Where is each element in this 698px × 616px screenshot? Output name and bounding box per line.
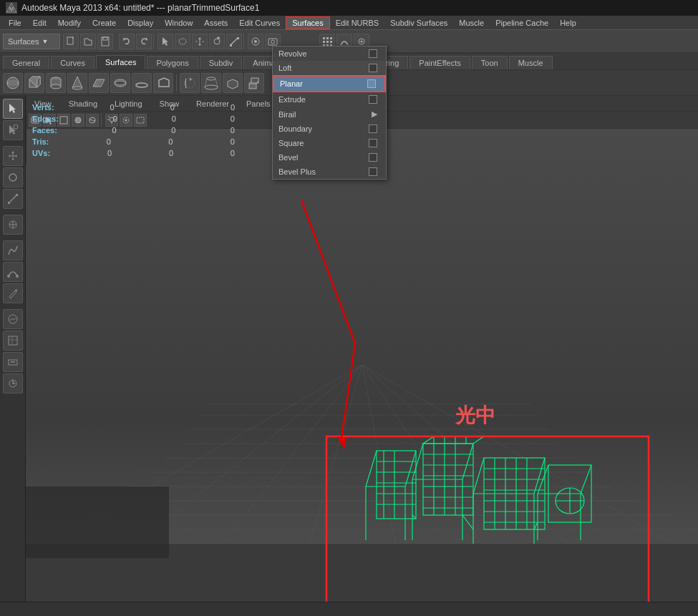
paint-select-tool[interactable]: [3, 120, 23, 140]
vp-menu-panels[interactable]: Panels: [243, 98, 273, 109]
vp-menu-lighting[interactable]: Lighting: [112, 98, 145, 109]
render-icon[interactable]: [248, 34, 263, 49]
vp-menu-show[interactable]: Show: [157, 98, 183, 109]
svg-marker-82: [47, 117, 52, 124]
menu-item-revolve[interactable]: Revolve: [273, 47, 386, 61]
menu-edit[interactable]: Edit: [27, 17, 52, 29]
menu-edit-curves[interactable]: Edit Curves: [233, 17, 286, 29]
menu-item-loft[interactable]: Loft: [273, 61, 386, 75]
move-icon[interactable]: [192, 34, 208, 49]
menu-modify[interactable]: Modify: [52, 17, 87, 29]
bevel-checkbox[interactable]: [369, 153, 377, 162]
scale-tool[interactable]: [3, 189, 23, 209]
vp-menu-renderer[interactable]: Renderer: [193, 98, 232, 109]
redo-icon[interactable]: [136, 34, 152, 49]
menu-item-bevel-plus[interactable]: Bevel Plus: [273, 165, 386, 179]
sculpt-surfaces[interactable]: [3, 309, 23, 329]
tab-surfaces[interactable]: Surfaces: [96, 55, 145, 69]
left-toolbar: [0, 96, 26, 616]
select-icon[interactable]: [157, 34, 173, 49]
shelf-nurbs-cube[interactable]: [24, 73, 44, 93]
lasso-icon[interactable]: [175, 34, 190, 49]
input-line[interactable]: [3, 352, 23, 372]
rotate-tool[interactable]: [3, 167, 23, 187]
shelf-revolve[interactable]: [180, 73, 200, 93]
viewport-3d[interactable]: 光中: [26, 129, 698, 616]
new-file-icon[interactable]: [63, 34, 79, 49]
svg-marker-48: [159, 78, 169, 87]
curve-cv-tool[interactable]: [3, 240, 23, 260]
vp-menu-shading[interactable]: Shading: [66, 98, 100, 109]
revolve-checkbox[interactable]: [369, 49, 377, 58]
tab-polygons[interactable]: Polygons: [147, 56, 198, 69]
tab-muscle[interactable]: Muscle: [509, 56, 553, 69]
menu-display[interactable]: Display: [122, 17, 159, 29]
menu-item-extrude[interactable]: Extrude: [273, 92, 386, 107]
history[interactable]: [3, 373, 23, 393]
vp-icon-camera[interactable]: [29, 114, 42, 127]
show-manipulator[interactable]: [3, 215, 23, 235]
show-grid[interactable]: [3, 331, 23, 351]
menu-help[interactable]: Help: [554, 17, 582, 29]
vp-icon-wireframe[interactable]: [57, 114, 70, 127]
shelf-extrude[interactable]: [244, 73, 264, 93]
shelf-nurbs-sphere[interactable]: [3, 73, 23, 93]
shelf-loft[interactable]: [201, 73, 221, 93]
svg-point-16: [271, 40, 275, 44]
menu-edit-nurbs[interactable]: Edit NURBS: [330, 17, 385, 29]
extrude-checkbox[interactable]: [369, 95, 377, 104]
svg-rect-19: [330, 37, 332, 39]
shelf-nurbs-plane[interactable]: [89, 73, 109, 93]
tab-subdiv[interactable]: Subdiv: [200, 56, 243, 69]
menu-pipeline-cache[interactable]: Pipeline Cache: [490, 17, 554, 29]
boundary-checkbox[interactable]: [369, 124, 377, 133]
menu-item-birail[interactable]: Birail ▶: [273, 107, 386, 122]
bevel-plus-checkbox[interactable]: [369, 167, 377, 176]
shelf-nurbs-torus[interactable]: [110, 73, 130, 93]
square-checkbox[interactable]: [369, 139, 377, 147]
menu-item-square[interactable]: Square: [273, 136, 386, 150]
loft-checkbox[interactable]: [369, 64, 377, 72]
shelf-nurbs-cone[interactable]: [67, 73, 87, 93]
tab-painteffects[interactable]: PaintEffects: [409, 56, 470, 69]
tab-curves[interactable]: Curves: [51, 56, 94, 69]
tab-toon[interactable]: Toon: [472, 56, 508, 69]
vp-icon-textured[interactable]: [86, 114, 99, 127]
scale-icon[interactable]: [226, 34, 242, 49]
menu-surfaces[interactable]: Surfaces: [286, 16, 329, 29]
open-file-icon[interactable]: [80, 34, 96, 49]
vp-icon-lights[interactable]: [105, 114, 118, 127]
menu-muscle[interactable]: Muscle: [453, 17, 490, 29]
shelf-planar[interactable]: [223, 73, 243, 93]
vp-icon-resolution-gate[interactable]: [134, 114, 147, 127]
menu-item-planar[interactable]: Planar: [273, 75, 386, 92]
menu-item-boundary[interactable]: Boundary: [273, 122, 386, 136]
menu-assets[interactable]: Assets: [198, 17, 233, 29]
menu-file[interactable]: File: [3, 17, 27, 29]
undo-icon[interactable]: [119, 34, 135, 49]
shelf-nurbs-square[interactable]: [153, 73, 173, 93]
move-tool[interactable]: [3, 146, 23, 166]
vp-icon-isolate[interactable]: [120, 114, 132, 127]
rotate-icon[interactable]: [209, 34, 225, 49]
menu-create[interactable]: Create: [87, 17, 122, 29]
curve-ep-tool[interactable]: [3, 262, 23, 282]
save-file-icon[interactable]: [97, 34, 113, 49]
menu-window[interactable]: Window: [159, 17, 198, 29]
shelf-nurbs-cylinder[interactable]: [46, 73, 66, 93]
menu-subdiv-surfaces[interactable]: Subdiv Surfaces: [384, 17, 453, 29]
vp-icon-select[interactable]: [43, 114, 56, 127]
tab-general[interactable]: General: [3, 56, 49, 69]
vp-menu-view[interactable]: View: [31, 98, 54, 109]
shelf-nurbs-circle[interactable]: [132, 73, 152, 93]
mode-dropdown[interactable]: Surfaces ▼: [3, 34, 60, 49]
svg-rect-22: [330, 41, 332, 43]
svg-point-61: [14, 124, 18, 129]
vp-icon-shaded[interactable]: [72, 114, 84, 127]
menu-item-bevel[interactable]: Bevel: [273, 150, 386, 165]
maya-logo-icon: M: [6, 2, 17, 14]
select-tool[interactable]: [3, 99, 23, 119]
planar-checkbox[interactable]: [367, 79, 376, 88]
svg-rect-12: [230, 44, 232, 47]
pencil-curve-tool[interactable]: [3, 283, 23, 303]
